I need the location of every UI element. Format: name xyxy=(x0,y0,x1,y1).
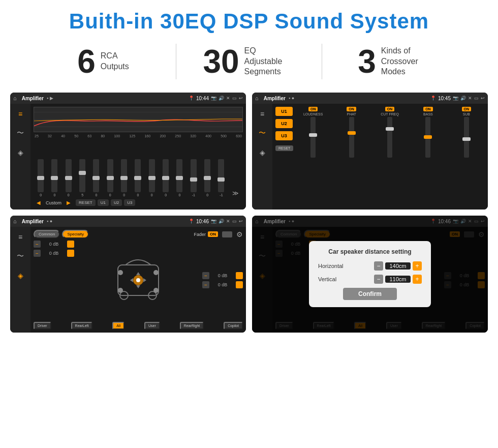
eq-u1-btn[interactable]: U1 xyxy=(98,199,109,206)
fader-right-controls: − 0 dB + − 0 dB + xyxy=(202,241,243,320)
home-icon-3[interactable]: ⌂ xyxy=(13,218,17,224)
driver-minus-btn[interactable]: − xyxy=(34,241,41,248)
copilot-db-row: − 0 dB + xyxy=(202,272,243,279)
eq-panel: 253240506380100125160200250320400500630 … xyxy=(30,104,246,210)
screen-content-2: ≡ 〜 ◈ U1 U2 U3 RESET ON LOUDNESS xyxy=(252,104,488,210)
cutfreq-on-btn[interactable]: ON xyxy=(385,107,395,111)
back-icon[interactable]: ↩ xyxy=(239,96,243,101)
rearleft-plus-btn[interactable]: + xyxy=(67,250,74,257)
media-dots-3: ▪ ● xyxy=(47,219,52,224)
loudness-on-btn[interactable]: ON xyxy=(308,107,318,111)
rearright-btn[interactable]: RearRight xyxy=(180,322,204,330)
sidebar-speaker-icon-2[interactable]: ◈ xyxy=(256,146,268,159)
fader-settings-icon[interactable]: ⚙ xyxy=(236,230,243,238)
driver-plus-btn[interactable]: + xyxy=(67,241,74,248)
phat-on-btn[interactable]: ON xyxy=(347,107,356,111)
copilot-db-val: 0 dB xyxy=(211,273,234,278)
eq-slider-more: ≫ xyxy=(232,190,239,197)
svg-point-8 xyxy=(153,270,159,275)
phat-slider[interactable] xyxy=(349,117,354,158)
sidebar-wave-icon-3[interactable]: 〜 xyxy=(14,250,26,262)
bass-label: BASS xyxy=(423,112,433,116)
back-icon-3[interactable]: ↩ xyxy=(239,219,243,224)
close-icon-2[interactable]: ✕ xyxy=(468,96,472,101)
driver-btn[interactable]: Driver xyxy=(34,322,51,330)
fader-panel: Common Specialty Fader ON ⚙ − 0 dB xyxy=(30,227,246,333)
sub-on-btn[interactable]: ON xyxy=(462,107,472,111)
rearright-minus-btn[interactable]: − xyxy=(202,281,209,288)
horizontal-minus-btn[interactable]: − xyxy=(374,261,383,271)
confirm-button[interactable]: Confirm xyxy=(343,288,397,300)
minimize-icon[interactable]: ▭ xyxy=(232,96,237,101)
cutfreq-slider[interactable] xyxy=(387,117,392,158)
crossover-reset-btn[interactable]: RESET xyxy=(275,145,293,151)
bass-on-btn[interactable]: ON xyxy=(423,107,433,111)
close-icon-3[interactable]: ✕ xyxy=(226,219,230,224)
eq-reset-btn[interactable]: RESET xyxy=(76,199,96,206)
specialty-tab[interactable]: Specialty xyxy=(62,230,88,238)
vertical-plus-btn[interactable]: + xyxy=(413,275,422,284)
bass-slider[interactable] xyxy=(425,117,430,158)
svg-marker-13 xyxy=(136,272,140,275)
stat-eq: 30 EQ AdjustableSegments xyxy=(176,45,322,78)
screen-content-1: ≡ 〜 ◈ xyxy=(10,104,246,210)
sidebar-speaker-icon[interactable]: ◈ xyxy=(14,146,26,159)
fader-left-controls: − 0 dB + − 0 dB + xyxy=(34,241,74,320)
minimize-icon-2[interactable]: ▭ xyxy=(474,96,479,101)
rearleft-btn[interactable]: RearLeft xyxy=(71,322,93,330)
u3-button[interactable]: U3 xyxy=(275,131,293,140)
back-icon-2[interactable]: ↩ xyxy=(481,96,485,101)
screen-eq: ⌂ Amplifier ▪ ▶ 📍 10:44 📷 🔊 ✕ ▭ ↩ ≡ 〜 ◈ xyxy=(10,93,246,210)
horizontal-plus-btn[interactable]: + xyxy=(413,261,422,271)
sidebar-speaker-icon-3[interactable]: ◈ xyxy=(14,270,26,282)
eq-bottom-bar: ◀ Custom ▶ RESET U1 U2 U3 xyxy=(34,199,243,206)
left-sidebar-3: ≡ 〜 ◈ xyxy=(10,227,30,333)
camera-icon-2: 📷 xyxy=(453,96,458,101)
rearleft-db-val: 0 dB xyxy=(42,251,66,256)
u1-button[interactable]: U1 xyxy=(275,107,293,116)
sub-slider[interactable] xyxy=(464,117,469,158)
driver-db-row: − 0 dB + xyxy=(34,241,74,248)
copilot-btn[interactable]: Copilot xyxy=(224,322,243,330)
u2-button[interactable]: U2 xyxy=(275,119,293,128)
rearright-plus-btn[interactable]: + xyxy=(236,281,243,288)
sidebar-eq-icon-3[interactable]: ≡ xyxy=(14,231,26,243)
eq-u3-btn[interactable]: U3 xyxy=(124,199,135,206)
screen-title-3: Amplifier xyxy=(22,219,44,224)
loudness-slider[interactable] xyxy=(310,117,316,158)
car-diagram-area xyxy=(77,241,199,320)
user-btn[interactable]: User xyxy=(144,322,160,330)
eq-slider-10: 0 xyxy=(176,159,182,197)
copilot-plus-btn[interactable]: + xyxy=(236,272,243,279)
loudness-label: LOUDNESS xyxy=(303,112,323,116)
ctrl-bass: ON BASS xyxy=(410,107,446,206)
eq-u2-btn[interactable]: U2 xyxy=(111,199,122,206)
eq-slider-5: 0 xyxy=(107,159,113,197)
common-tab[interactable]: Common xyxy=(34,230,60,238)
volume-icon-3: 🔊 xyxy=(219,219,224,224)
minimize-icon-3[interactable]: ▭ xyxy=(232,219,237,224)
ctrl-cutfreq: ON CUT FREQ xyxy=(371,107,408,206)
stat-number-crossover: 3 xyxy=(358,45,376,78)
eq-play-btn[interactable]: ▶ xyxy=(64,199,74,206)
close-icon[interactable]: ✕ xyxy=(226,96,230,101)
page-title: Buith-in 30EQ DSP Sound System xyxy=(0,0,498,39)
copilot-minus-btn[interactable]: − xyxy=(202,272,209,279)
eq-slider-12: 0 xyxy=(204,159,210,197)
home-icon[interactable]: ⌂ xyxy=(13,95,17,101)
volume-icon-2: 🔊 xyxy=(460,96,466,101)
phat-label: PHAT xyxy=(347,112,356,116)
home-icon-2[interactable]: ⌂ xyxy=(255,95,259,101)
svg-marker-14 xyxy=(136,285,140,288)
eq-prev-btn[interactable]: ◀ xyxy=(34,199,44,206)
sidebar-wave-icon[interactable]: 〜 xyxy=(14,127,26,139)
crossover-controls: ON LOUDNESS ON PHAT xyxy=(295,107,485,206)
sidebar-eq-icon-2[interactable]: ≡ xyxy=(256,108,268,120)
all-btn[interactable]: All xyxy=(112,322,124,330)
sidebar-eq-icon[interactable]: ≡ xyxy=(14,108,26,120)
vertical-minus-btn[interactable]: − xyxy=(374,275,383,284)
sidebar-wave-icon-2[interactable]: 〜 xyxy=(256,127,268,139)
rearleft-minus-btn[interactable]: − xyxy=(34,250,41,257)
eq-freq-labels: 253240506380100125160200250320400500630 xyxy=(34,134,243,138)
volume-icon: 🔊 xyxy=(219,96,224,101)
